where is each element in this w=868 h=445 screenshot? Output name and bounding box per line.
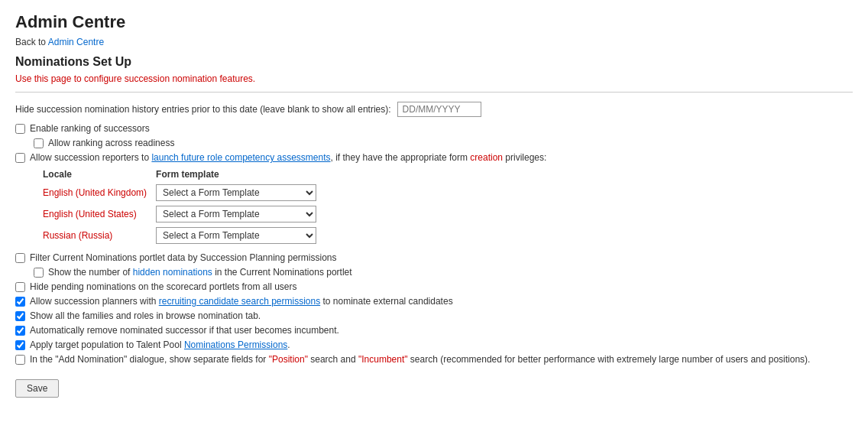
- locale-table-row: English (United States)Select a Form Tem…: [43, 203, 326, 225]
- enable-ranking-checkbox[interactable]: [15, 124, 25, 134]
- nominations-permissions-link[interactable]: Nominations Permissions: [184, 339, 287, 350]
- template-select-cell: Select a Form Template: [156, 225, 326, 246]
- locale-table-row: English (United Kingdom)Select a Form Te…: [43, 182, 326, 203]
- enable-ranking-label: Enable ranking of successors: [30, 123, 150, 134]
- show-families-checkbox[interactable]: [15, 311, 25, 321]
- locale-table: Locale Form template English (United Kin…: [43, 167, 326, 246]
- allow-succession-reporters-checkbox[interactable]: [15, 153, 25, 163]
- enable-ranking-row: Enable ranking of successors: [15, 123, 853, 134]
- date-input[interactable]: [397, 102, 481, 117]
- filter-nominations-label: Filter Current Nominations portlet data …: [30, 252, 337, 263]
- locale-col-header: Locale: [43, 167, 156, 182]
- position-link: "Position": [269, 354, 308, 365]
- auto-remove-label: Automatically remove nominated successor…: [30, 325, 339, 336]
- allow-planners-label: Allow succession planners with recruitin…: [30, 296, 453, 307]
- allow-succession-reporters-label: Allow succession reporters to launch fut…: [30, 152, 546, 163]
- add-nomination-checkbox[interactable]: [15, 355, 25, 365]
- incumbent-link: "Incumbent": [358, 354, 408, 365]
- allow-ranking-row: Allow ranking across readiness: [34, 138, 853, 148]
- save-button[interactable]: Save: [15, 379, 59, 398]
- recruiting-search-link[interactable]: recruiting candidate search permissions: [159, 296, 320, 307]
- hide-pending-checkbox[interactable]: [15, 282, 25, 292]
- template-select-cell: Select a Form Template: [156, 203, 326, 225]
- filter-nominations-row: Filter Current Nominations portlet data …: [15, 252, 853, 263]
- apply-target-row: Apply target population to Talent Pool N…: [15, 339, 853, 350]
- allow-planners-checkbox[interactable]: [15, 297, 25, 307]
- allow-succession-reporters-row: Allow succession reporters to launch fut…: [15, 152, 853, 163]
- locale-table-container: Locale Form template English (United Kin…: [15, 167, 853, 246]
- locale-table-row: Russian (Russia)Select a Form Template: [43, 225, 326, 246]
- page-description: Use this page to configure succession no…: [15, 73, 853, 84]
- add-nomination-row: In the "Add Nomination" dialogue, show s…: [15, 354, 853, 365]
- section-title: Nominations Set Up: [15, 55, 853, 69]
- add-nomination-label: In the "Add Nomination" dialogue, show s…: [30, 354, 810, 365]
- date-row: Hide succession nomination history entri…: [15, 102, 853, 117]
- admin-centre-link[interactable]: Admin Centre: [48, 37, 104, 47]
- auto-remove-row: Automatically remove nominated successor…: [15, 325, 853, 336]
- template-select[interactable]: Select a Form Template: [156, 206, 316, 222]
- divider: [15, 92, 853, 93]
- launch-assessments-link[interactable]: launch future role competency assessment…: [151, 152, 330, 163]
- hide-pending-row: Hide pending nominations on the scorecar…: [15, 281, 853, 292]
- locale-name-cell: Russian (Russia): [43, 225, 156, 246]
- template-select-cell: Select a Form Template: [156, 182, 326, 203]
- show-hidden-row: Show the number of hidden nominations in…: [34, 267, 853, 278]
- show-hidden-label: Show the number of hidden nominations in…: [48, 267, 352, 278]
- show-families-label: Show all the families and roles in brows…: [30, 310, 261, 321]
- show-families-row: Show all the families and roles in brows…: [15, 310, 853, 321]
- save-button-row: Save: [15, 369, 853, 398]
- breadcrumb: Back to Admin Centre: [15, 37, 853, 47]
- locale-name-cell: English (United States): [43, 203, 156, 225]
- filter-nominations-checkbox[interactable]: [15, 253, 25, 263]
- hide-pending-label: Hide pending nominations on the scorecar…: [30, 281, 297, 292]
- allow-ranking-label: Allow ranking across readiness: [48, 138, 174, 148]
- locale-name-cell: English (United Kingdom): [43, 182, 156, 203]
- apply-target-label: Apply target population to Talent Pool N…: [30, 339, 290, 350]
- hidden-nominations-link: hidden nominations: [133, 267, 212, 278]
- auto-remove-checkbox[interactable]: [15, 326, 25, 336]
- allow-ranking-checkbox[interactable]: [34, 138, 44, 148]
- template-select[interactable]: Select a Form Template: [156, 184, 316, 201]
- date-label: Hide succession nomination history entri…: [15, 104, 391, 115]
- show-hidden-checkbox[interactable]: [34, 268, 44, 278]
- apply-target-checkbox[interactable]: [15, 340, 25, 350]
- page-title: Admin Centre: [15, 12, 853, 32]
- allow-planners-row: Allow succession planners with recruitin…: [15, 296, 853, 307]
- template-col-header: Form template: [156, 167, 326, 182]
- template-select[interactable]: Select a Form Template: [156, 227, 316, 244]
